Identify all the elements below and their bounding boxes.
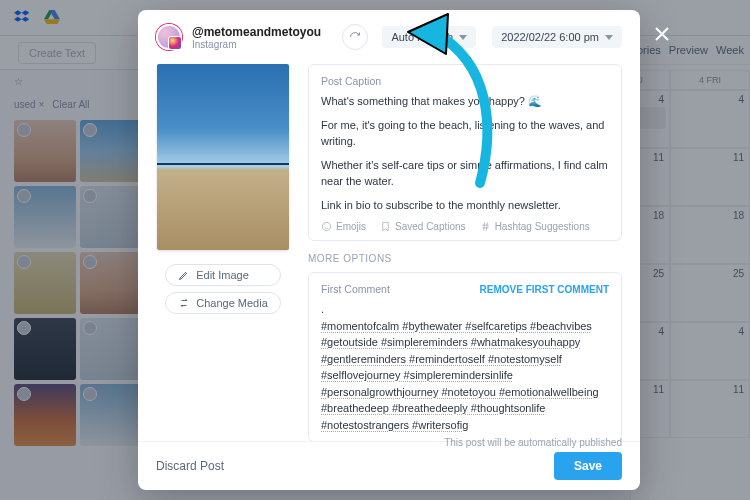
close-icon[interactable] [650,22,674,46]
auto-publish-note: This post will be automatically publishe… [444,437,622,448]
hashtag-suggestions-tool[interactable]: Hashtag Suggestions [480,221,590,232]
chevron-down-icon [605,35,613,40]
chevron-down-icon [459,35,467,40]
hashtag-icon [480,221,491,232]
saved-captions-tool[interactable]: Saved Captions [380,221,466,232]
first-comment-title: First Comment [321,283,390,295]
discard-post-button[interactable]: Discard Post [156,459,224,473]
datetime-dropdown[interactable]: 2022/02/22 6:00 pm [492,26,622,48]
bookmark-icon [380,221,391,232]
change-media-button[interactable]: Change Media [165,292,281,314]
save-button[interactable]: Save [554,452,622,480]
publish-mode-dropdown[interactable]: Auto Publish [382,26,476,48]
emojis-tool[interactable]: Emojis [321,221,366,232]
account-handle: @metomeandmetoyou [192,25,321,39]
first-comment-text[interactable]: . #momentofcalm #bythewater #selfcaretip… [321,301,609,433]
refresh-icon[interactable] [342,24,368,50]
account-platform: Instagram [192,39,321,50]
first-comment-card[interactable]: First Comment REMOVE FIRST COMMENT . #mo… [308,272,622,441]
datetime-label: 2022/02/22 6:00 pm [501,31,599,43]
more-options-label: MORE OPTIONS [308,253,622,264]
edit-image-button[interactable]: Edit Image [165,264,281,286]
media-preview [157,64,289,250]
caption-title: Post Caption [321,75,609,87]
swap-icon [178,297,190,309]
caption-card[interactable]: Post Caption What's something that makes… [308,64,622,241]
caption-text[interactable]: What's something that makes you happy? 🌊… [321,93,609,213]
smile-icon [321,221,332,232]
pencil-icon [178,269,190,281]
remove-first-comment-link[interactable]: REMOVE FIRST COMMENT [480,284,609,295]
avatar [156,24,182,50]
post-editor-modal: @metomeandmetoyou Instagram Auto Publish… [138,10,640,490]
svg-point-1 [322,222,330,230]
publish-mode-label: Auto Publish [391,31,453,43]
